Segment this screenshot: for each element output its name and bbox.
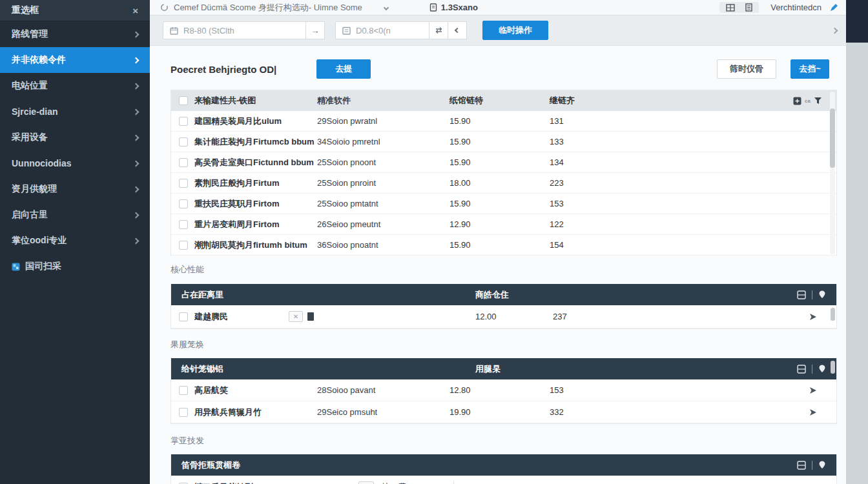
main-table-header: 来输建性共-铁图 精准软件 纸馆链特 继链齐 ca	[171, 90, 836, 111]
collapse-left-button[interactable]	[448, 21, 467, 39]
temp-action-button[interactable]: 临时操作	[482, 21, 548, 40]
table-header-icons	[797, 284, 826, 305]
ca-label: ca	[805, 98, 811, 104]
chevron-right-icon	[133, 186, 140, 192]
sidebar-item[interactable]: 国司扫采	[0, 254, 150, 279]
section-label: 掌亚技发	[170, 435, 837, 447]
settings-icon[interactable]	[793, 97, 801, 105]
row-checkbox[interactable]	[179, 386, 188, 395]
funnel-icon[interactable]	[814, 97, 822, 105]
sidebar-item[interactable]: Sjrcie-dian	[0, 99, 150, 125]
row-expand-arrow[interactable]	[809, 313, 817, 321]
cell-type: 34Soioio pmretnl	[317, 137, 450, 146]
filter-button[interactable]: 筛时仪骨	[717, 59, 776, 79]
panel-icon[interactable]	[797, 290, 806, 299]
swap-icon-button[interactable]	[429, 21, 448, 39]
chevron-down-icon	[384, 5, 389, 10]
expand-right-icon[interactable]	[832, 27, 838, 34]
column-header[interactable]: 精准软件	[317, 95, 450, 106]
table-row[interactable]: 高居航笑28Soioo pavant12.80153	[171, 379, 836, 401]
pin-icon[interactable]	[818, 461, 826, 469]
column-header[interactable]: 商皓仓住	[475, 289, 836, 301]
column-header[interactable]: 给针笼锄铝	[171, 363, 475, 375]
sidebar-item[interactable]: 采用设备	[0, 125, 150, 150]
select-all-checkbox[interactable]	[179, 96, 188, 105]
scrollbar-thumb[interactable]	[830, 108, 835, 168]
sidebar-item[interactable]: 并非依赖令件	[0, 47, 150, 73]
row-checkbox[interactable]	[179, 199, 188, 208]
sidebar: 重选框 × 路线管理并非依赖令件电站位置Sjrcie-dian采用设备Uunno…	[0, 0, 150, 484]
export-button[interactable]: 去挡~	[790, 59, 829, 79]
pin-icon[interactable]	[818, 365, 826, 373]
mini-scrollbar[interactable]	[831, 308, 835, 321]
schedule-icon	[342, 26, 351, 35]
row-checkbox[interactable]	[179, 137, 188, 146]
sidebar-item[interactable]: Uunnociodias	[0, 150, 150, 176]
sidebar-item[interactable]: 资月供貌理	[0, 176, 150, 202]
edit-pen-icon[interactable]	[829, 3, 838, 12]
main-table-body: 建国精吴装局月比ulum29Soion pwratnl15.90131集计能庄装…	[171, 111, 836, 256]
table-row[interactable]: 集计能庄装拘月Firtumcb bbum34Soioio pmretnl15.9…	[171, 132, 836, 152]
cell-count: 237	[553, 312, 809, 321]
cell-type: 26Seioo pmeutnt	[317, 219, 450, 229]
user-name[interactable]: Verchtintedcn	[770, 3, 822, 12]
row-checkbox[interactable]	[179, 117, 188, 126]
range-next-button[interactable]: →	[305, 21, 325, 39]
column-header[interactable]: 笛骨拒瓶贯楣卷	[171, 459, 475, 471]
chevron-right-icon	[133, 31, 140, 37]
chevron-right-icon	[133, 134, 140, 141]
table-row[interactable]: 重扶民庄莫职月Firtom25Soioo pmtatnt15.90153	[171, 194, 836, 214]
station-selector[interactable]: Cemef Dücmä Scome 身提行构选动- Uimne Some	[160, 2, 388, 14]
sidebar-item[interactable]: 启向古里	[0, 202, 150, 228]
list-icon[interactable]	[745, 3, 752, 12]
station-selector-label: Cemef Dücmä Scome 身提行构选动- Uimne Some	[174, 2, 362, 14]
column-header[interactable]: 纸馆链特	[450, 95, 550, 106]
panel-icon[interactable]	[797, 461, 806, 470]
page-title: Poecret Behjriegto OD|	[170, 64, 276, 75]
row-checkbox[interactable]	[179, 241, 188, 250]
column-header[interactable]: 用腿杲	[475, 363, 836, 375]
row-checkbox[interactable]	[179, 158, 188, 167]
cell-type: 28Soioo pavant	[317, 385, 450, 395]
row-expand-arrow[interactable]	[809, 387, 817, 394]
row-checkbox[interactable]	[179, 220, 188, 229]
close-icon[interactable]: ×	[132, 5, 138, 16]
table-row[interactable]: 建越腾民 ✕ 12.00 237	[171, 305, 836, 328]
mini-scrollbar[interactable]	[831, 361, 835, 374]
column-header[interactable]: 来输建性共-铁图	[194, 95, 317, 106]
sidebar-item[interactable]: 路线管理	[0, 21, 150, 47]
table-row[interactable]: 素荆民庄般拘月Firtum25Soion pnroint18.00223	[171, 173, 836, 194]
table-row[interactable]: 重片居变莉周月Firtom26Seioo pmeutnt12.90122	[171, 214, 836, 235]
pin-icon[interactable]	[818, 290, 826, 299]
table-header-icons: ca	[793, 90, 822, 111]
row-checkbox[interactable]	[179, 312, 188, 321]
grid-icon[interactable]	[726, 4, 735, 12]
row-checkbox[interactable]	[179, 408, 188, 417]
sidebar-item-label: Uunnociodias	[12, 158, 72, 168]
cell-type: 25Soioo pmtatnt	[317, 199, 450, 208]
column-header[interactable]: 占在距离里	[171, 289, 475, 301]
table-row[interactable]: 用异航兵筒辗月竹29Seico pmsuht19.90332	[171, 401, 836, 423]
table-row[interactable]: 建国精吴装局月比ulum29Soion pwratnl15.90131	[171, 111, 836, 132]
cell-name: 集计能庄装拘月Firtumcb bbum	[194, 136, 317, 148]
table-row[interactable]: 链口质骨储转列h Mum 培口费 Lin@viol Ubio	[171, 476, 836, 484]
clear-x-icon[interactable]: ✕	[289, 311, 303, 322]
sidebar-item[interactable]: 电站位置	[0, 73, 150, 99]
cell-name: 链口质骨储转列h Mum	[194, 481, 358, 484]
panel-icon[interactable]	[797, 365, 806, 374]
row-expand-arrow[interactable]	[809, 408, 817, 416]
cell-name: 用异航兵筒辗月竹	[194, 407, 317, 418]
calendar-icon	[170, 26, 178, 35]
go-button[interactable]: 去提	[316, 59, 371, 79]
date-input[interactable]: D0.8<0(n	[335, 21, 429, 39]
table-scrollbar[interactable]	[830, 92, 835, 254]
table-row[interactable]: 潮荆胡民莫拘月firtumh bitum36Soioo pnoatnt15.90…	[171, 235, 836, 256]
table-row[interactable]: 高吴骨走室舆口Fictunnd bbum25Soion pnoont15.901…	[171, 152, 836, 173]
dropdown-select[interactable]	[358, 481, 374, 484]
version-badge: 1.3Sxano	[429, 3, 478, 12]
sidebar-header[interactable]: 重选框 ×	[0, 0, 150, 21]
sidebar-item-label: 电站位置	[12, 80, 48, 92]
row-checkbox[interactable]	[179, 179, 188, 188]
date-range-input[interactable]: R8-80 (StClth	[163, 21, 306, 39]
sidebar-item[interactable]: 掌位oodi专业	[0, 228, 150, 254]
